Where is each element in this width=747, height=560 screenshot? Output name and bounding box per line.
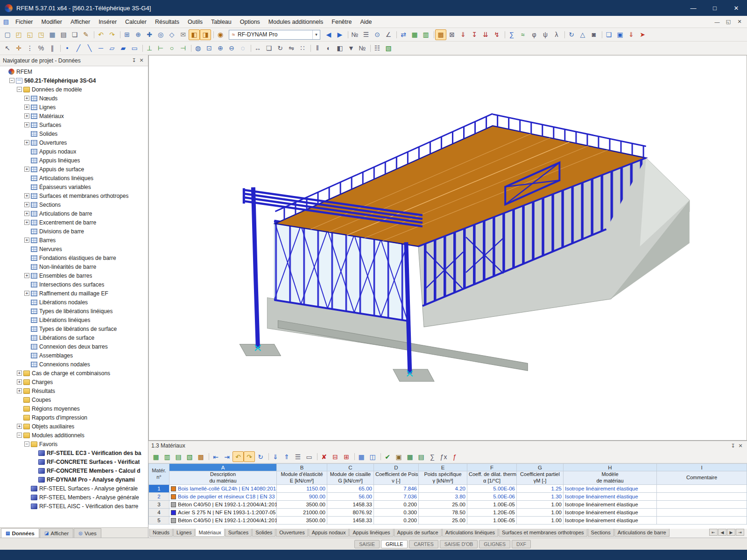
zoom-window-icon[interactable]: ⊞ <box>121 29 133 40</box>
table-tab-ouvertures[interactable]: Ouvertures <box>276 529 308 537</box>
tree-item[interactable]: Connexion des deux barres <box>0 342 148 351</box>
tree-item[interactable]: Types de libérations de surface <box>0 324 148 333</box>
tree-item[interactable]: + Ensembles de barres <box>0 271 148 280</box>
fx-delete-icon[interactable]: ƒ <box>449 451 460 462</box>
tree-expander[interactable]: + <box>24 140 29 145</box>
material-model-cell[interactable]: Isotrope linéairement élastique <box>564 516 657 524</box>
first-row-icon[interactable]: ⇤ <box>210 451 221 462</box>
tree-item[interactable]: RF-CONCRETE Members - Calcul d <box>0 466 148 475</box>
tree-item[interactable]: Épaisseurs variables <box>0 182 148 191</box>
elastic-modulus-cell[interactable]: 3500.00 <box>277 516 327 524</box>
tree-expander[interactable]: + <box>24 105 29 110</box>
tree-expander[interactable]: + <box>24 220 29 225</box>
tree-item[interactable]: Appuis nodaux <box>0 147 148 156</box>
table-print-icon[interactable]: ▧ <box>184 451 195 462</box>
table-row[interactable]: 1 Bois lamellé-collé GL24h | EN 14080:20… <box>149 484 747 492</box>
elastic-modulus-cell[interactable]: 1150.00 <box>277 484 327 492</box>
new-window-icon[interactable]: ❏ <box>603 29 614 40</box>
column-header-f[interactable]: F <box>467 464 517 471</box>
table-columns-icon[interactable]: ▥ <box>162 451 173 462</box>
results-icon[interactable]: ≈ <box>517 29 529 40</box>
tree-item[interactable]: RF-STEEL AISC - Vérification des barre <box>0 502 148 511</box>
table-tab-appuis-lineiques[interactable]: Appuis linéiques <box>349 529 393 537</box>
tree-item[interactable]: Libérations de surface <box>0 333 148 342</box>
column-header-e[interactable]: E <box>419 464 467 471</box>
menu-outils[interactable]: Outils <box>183 17 207 27</box>
poisson-cell[interactable]: 0.200 <box>374 500 419 508</box>
fe-mesh-icon[interactable]: ▩ <box>435 29 446 40</box>
last-row-icon[interactable]: ⇥ <box>221 451 233 462</box>
poisson-cell[interactable]: 0.200 <box>374 516 419 524</box>
toggle-saisie[interactable]: SAISIE <box>354 540 380 548</box>
zoom-in-icon[interactable]: ⊕ <box>133 29 144 40</box>
tab-donnees[interactable]: ▤ Données <box>1 528 39 538</box>
panel-toggle-icon[interactable]: ◧ <box>189 29 200 40</box>
open-model-icon[interactable]: ◰ <box>13 29 24 40</box>
table-tab-surfaces-membranes[interactable]: Surfaces et membranes orthotropes <box>499 529 587 537</box>
column-header-c[interactable]: C <box>327 464 374 471</box>
row-number[interactable]: 1 <box>149 484 169 492</box>
menu-resultats[interactable]: Résultats <box>151 17 183 27</box>
tree-item[interactable]: − 560.21-Téléphérique 3S-G4 <box>0 76 148 85</box>
clipping-plane-icon[interactable]: ◧ <box>334 43 345 54</box>
specific-weight-cell[interactable]: 25.00 <box>419 516 467 524</box>
filter-icon[interactable]: ▼ <box>345 43 357 54</box>
specific-weight-cell[interactable]: 25.00 <box>419 500 467 508</box>
tree-item[interactable]: Fondations élastiques de barre <box>0 253 148 262</box>
undo-icon[interactable]: ↶ <box>95 29 106 40</box>
excel-export-icon[interactable]: ▤ <box>416 451 427 462</box>
comment-cell[interactable] <box>657 508 747 516</box>
grid-icon[interactable]: ▦ <box>409 29 420 40</box>
visibility-icon[interactable]: ◐ <box>323 43 334 54</box>
nodal-support-icon[interactable]: ⊥ <box>144 43 155 54</box>
menu-modules-additionnels[interactable]: Modules additionnels <box>264 17 327 27</box>
check-icon[interactable]: ✔ <box>382 451 393 462</box>
table-tab-lignes[interactable]: Lignes <box>173 529 195 537</box>
prev-table-button[interactable]: ◀ <box>718 529 726 536</box>
move-copy-icon[interactable]: ⇄ <box>398 29 409 40</box>
snap-grid-icon[interactable]: ⋮ <box>24 43 35 54</box>
thermal-coeff-cell[interactable]: 5.00E-06 <box>467 492 517 500</box>
print-icon[interactable]: ▤ <box>58 29 69 40</box>
display-properties-icon[interactable]: ☷ <box>372 43 383 54</box>
thermal-coeff-cell[interactable]: 1.00E-05 <box>467 500 517 508</box>
child-minimize-button[interactable]: — <box>712 17 723 27</box>
zoom-region-icon[interactable]: ⊡ <box>204 43 215 54</box>
shear-modulus-cell[interactable]: 1458.33 <box>327 516 374 524</box>
elastic-modulus-cell[interactable]: 21000.00 <box>277 508 327 516</box>
close-button[interactable]: ✕ <box>726 0 747 16</box>
tree-item[interactable]: + Résultats <box>0 386 148 395</box>
tree-item[interactable]: + Charges <box>0 378 148 386</box>
tab-afficher[interactable]: ◪ Afficher <box>40 528 73 538</box>
tree-item[interactable]: + Ouvertures <box>0 138 148 147</box>
tree-expander[interactable]: − <box>24 441 29 447</box>
split-view-icon[interactable]: ◫ <box>367 451 378 462</box>
find-object-icon[interactable]: ⊙ <box>372 29 383 40</box>
row-number[interactable]: 5 <box>149 516 169 524</box>
menu-tableau[interactable]: Tableau <box>207 17 236 27</box>
toggle-glignes[interactable]: GLIGNES <box>479 540 510 548</box>
tree-item[interactable]: RF-STEEL Surfaces - Analyse générale <box>0 484 148 493</box>
comments-icon[interactable]: ✉ <box>177 29 189 40</box>
object-snap-icon[interactable]: ◉ <box>215 29 226 40</box>
child-close-button[interactable]: ✕ <box>734 17 745 27</box>
comment-cell[interactable] <box>657 484 747 492</box>
table-tab-surfaces[interactable]: Surfaces <box>225 529 252 537</box>
tree-item[interactable]: + Surfaces et membranes orthotropes <box>0 191 148 200</box>
select-rows-icon[interactable]: ▭ <box>303 451 315 462</box>
table-tab-sections[interactable]: Sections <box>588 529 614 537</box>
comment-cell[interactable] <box>657 492 747 500</box>
toggle-grille[interactable]: GRILLE <box>381 540 408 548</box>
project-manager-icon[interactable]: ◱ <box>24 29 35 40</box>
new-member-icon[interactable]: ─ <box>95 43 106 54</box>
column-header-a[interactable]: A <box>169 464 277 471</box>
tree-item[interactable]: Libérations linéiques <box>0 315 148 324</box>
zoom-previous-icon[interactable]: ◌ <box>237 43 248 54</box>
save-icon[interactable]: ▦ <box>47 29 58 40</box>
elastic-modulus-cell[interactable]: 3500.00 <box>277 500 327 508</box>
measure-icon[interactable]: ∠ <box>383 29 394 40</box>
tree-expander[interactable]: − <box>9 78 14 83</box>
shear-modulus-cell[interactable]: 1458.33 <box>327 500 374 508</box>
table-display-icon[interactable]: ▦ <box>150 451 162 462</box>
format-brush-icon[interactable]: ✎ <box>80 29 92 40</box>
